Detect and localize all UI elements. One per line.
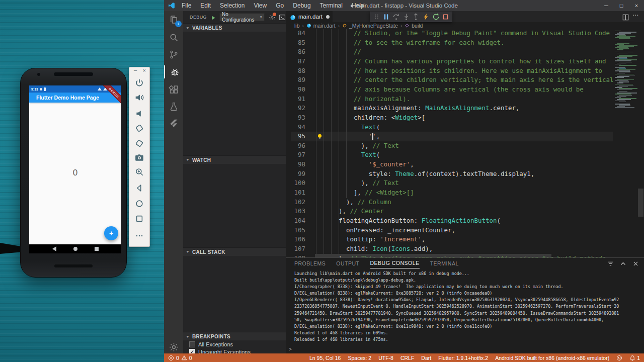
breakpoint-item[interactable]: All Exceptions xyxy=(183,340,286,348)
code-line-103[interactable]: 103 ), // Center xyxy=(286,207,613,216)
line-number[interactable]: 89 xyxy=(286,75,305,85)
activity-debug-icon[interactable] xyxy=(164,65,184,78)
watch-section-header[interactable]: ▼ WATCH xyxy=(183,155,286,164)
menu-file[interactable]: File xyxy=(177,0,196,11)
code-line-106[interactable]: 106 tooltip: 'Increment', xyxy=(286,235,613,244)
status-item-crlf[interactable]: CRLF xyxy=(400,355,414,361)
notifications-bell[interactable]: 1 xyxy=(629,355,640,361)
menu-help[interactable]: Help xyxy=(347,0,369,11)
line-number[interactable]: 88 xyxy=(286,66,305,76)
home-icon[interactable] xyxy=(135,199,144,208)
line-number[interactable]: 108 xyxy=(286,254,305,257)
back-icon[interactable] xyxy=(135,184,144,193)
call-stack-section-header[interactable]: ▼ CALL STACK xyxy=(183,247,286,256)
pause-icon[interactable] xyxy=(382,13,390,21)
line-number[interactable]: 98 xyxy=(286,160,305,169)
menu-edit[interactable]: Edit xyxy=(196,0,215,11)
filter-lines-icon[interactable] xyxy=(607,260,614,266)
code-line-90[interactable]: 90 // axis because Columns are vertical … xyxy=(286,85,613,95)
panel-tab-terminal[interactable]: TERMINAL xyxy=(430,258,459,268)
more-actions-icon[interactable]: ⋯ xyxy=(632,12,639,19)
activity-extensions-icon[interactable] xyxy=(164,83,183,96)
code-line-86[interactable]: 86 // xyxy=(286,47,613,57)
code-line-96[interactable]: 96 ), // Text xyxy=(286,141,613,151)
code-line-88[interactable]: 88 // how it positions its children. Her… xyxy=(286,66,613,76)
activity-flutter-icon[interactable] xyxy=(164,117,183,130)
line-number[interactable]: 94 xyxy=(286,123,305,132)
menu-view[interactable]: View xyxy=(249,0,271,11)
activity-test-beaker-icon[interactable] xyxy=(164,100,183,113)
breadcrumb-item-maindart[interactable]: main.dart xyxy=(306,23,336,29)
status-item-spaces[interactable]: Spaces: 2 xyxy=(348,355,371,361)
debug-settings-gear-icon[interactable] xyxy=(269,14,276,21)
settings-gear-icon[interactable] xyxy=(164,340,183,353)
line-number[interactable]: 87 xyxy=(286,57,305,66)
breadcrumb-item-build[interactable]: build xyxy=(405,23,423,29)
code-line-91[interactable]: 91 // horizontal). xyxy=(286,95,613,104)
increment-fab-button[interactable]: + xyxy=(104,226,118,240)
line-number[interactable]: 92 xyxy=(286,104,305,113)
menu-debug[interactable]: Debug xyxy=(288,0,315,11)
step-out-icon[interactable] xyxy=(412,13,420,21)
status-item-ln[interactable]: Ln 95, Col 16 xyxy=(309,355,341,361)
line-number[interactable]: 104 xyxy=(286,216,305,226)
status-item-flutter[interactable]: Flutter: 1.9.1+hotfix.2 xyxy=(438,355,488,361)
close-icon[interactable]: × xyxy=(143,67,146,73)
variables-section-header[interactable]: ▼ VARIABLES xyxy=(183,23,286,32)
line-number[interactable]: 106 xyxy=(286,235,305,244)
start-debug-icon[interactable] xyxy=(210,14,216,21)
status-item-android[interactable]: Android SDK built for x86 (android-x86 e… xyxy=(495,355,609,361)
line-number[interactable]: 99 xyxy=(286,169,305,179)
line-number[interactable]: 100 xyxy=(286,178,305,188)
chevron-up-icon[interactable] xyxy=(620,260,626,266)
breadcrumb-item-myhomepagestate[interactable]: _MyHomePageState xyxy=(342,23,398,29)
code-line-95[interactable]: 95 '', xyxy=(286,132,613,141)
editor-scrollbar[interactable] xyxy=(638,189,643,217)
phone-screen[interactable]: 9:13 DEBUG Flutter Demo Home Page 0 + xyxy=(29,85,121,253)
activity-explorer-icon[interactable]: 1 xyxy=(164,13,183,26)
android-home-button[interactable] xyxy=(73,247,77,251)
line-number[interactable]: 90 xyxy=(286,85,305,95)
code-line-87[interactable]: 87 // Column has various properties to c… xyxy=(286,57,613,66)
code-line-107[interactable]: 107 child: Icon(Icons.add), xyxy=(286,244,613,254)
line-number[interactable]: 91 xyxy=(286,95,305,104)
menu-go[interactable]: Go xyxy=(271,0,288,11)
activity-source-control-icon[interactable] xyxy=(164,48,183,61)
zoom-in-icon[interactable] xyxy=(135,167,144,176)
code-line-85[interactable]: 85 // to see the wireframe for each widg… xyxy=(286,38,613,48)
menu-terminal[interactable]: Terminal xyxy=(315,0,347,11)
line-number[interactable]: 86 xyxy=(286,47,305,57)
breakpoints-section-header[interactable]: ▼ BREAKPOINTS xyxy=(183,332,286,340)
code-line-93[interactable]: 93 children: <Widget>[ xyxy=(286,113,613,123)
line-number[interactable]: 96 xyxy=(286,141,305,151)
lightbulb-icon[interactable] xyxy=(316,133,323,140)
breadcrumb-item-lib[interactable]: lib xyxy=(294,23,300,29)
feedback-smiley-icon[interactable] xyxy=(616,355,622,361)
close-icon[interactable]: × xyxy=(629,0,644,11)
grip-icon[interactable] xyxy=(373,13,380,21)
volume-down-icon[interactable] xyxy=(135,109,144,118)
code-line-89[interactable]: 89 // center the children vertically; th… xyxy=(286,75,613,85)
code-line-104[interactable]: 104 floatingActionButton: FloatingAction… xyxy=(286,216,613,226)
console-prompt[interactable]: > xyxy=(289,346,292,352)
step-into-icon[interactable] xyxy=(403,13,410,21)
code-line-102[interactable]: 102 ), // Column xyxy=(286,198,613,207)
line-number[interactable]: 103 xyxy=(286,207,305,216)
minimize-icon[interactable]: – xyxy=(134,67,137,73)
line-number[interactable]: 84 xyxy=(286,29,305,38)
problems-status[interactable]: 0 0 xyxy=(168,355,192,361)
status-item-utf-8[interactable]: UTF-8 xyxy=(378,355,393,361)
stop-icon[interactable] xyxy=(442,13,449,21)
overview-icon[interactable] xyxy=(135,214,144,223)
status-item-dart[interactable]: Dart xyxy=(421,355,431,361)
line-number[interactable]: 93 xyxy=(286,113,305,123)
panel-tab-debug-console[interactable]: DEBUG CONSOLE xyxy=(370,258,420,268)
panel-tab-output[interactable]: OUTPUT xyxy=(336,258,359,268)
code-line-92[interactable]: 92 mainAxisAlignment: MainAxisAlignment.… xyxy=(286,104,613,113)
code-line-105[interactable]: 105 onPressed: _incrementCounter, xyxy=(286,226,613,235)
code-line-94[interactable]: 94 Text( xyxy=(286,123,613,132)
hot-reload-bolt-icon[interactable] xyxy=(422,13,430,21)
android-back-button[interactable] xyxy=(52,246,56,251)
screenshot-camera-icon[interactable] xyxy=(135,153,144,162)
line-number[interactable]: 85 xyxy=(286,38,305,48)
